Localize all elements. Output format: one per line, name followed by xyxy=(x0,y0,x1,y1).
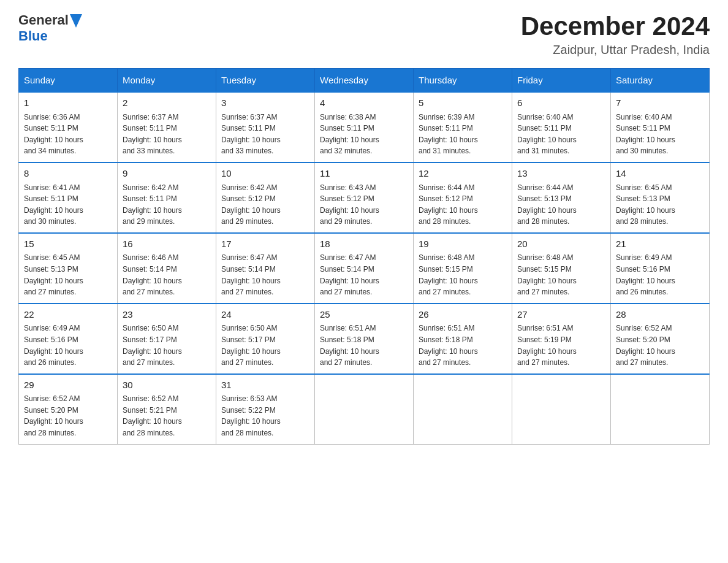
table-row: 8Sunrise: 6:41 AMSunset: 5:11 PMDaylight… xyxy=(19,163,118,233)
day-number: 17 xyxy=(221,237,309,251)
day-info: Sunrise: 6:36 AMSunset: 5:11 PMDaylight:… xyxy=(24,112,112,157)
table-row: 3Sunrise: 6:37 AMSunset: 5:11 PMDaylight… xyxy=(216,92,315,163)
logo-general-text: General xyxy=(18,12,69,28)
day-info: Sunrise: 6:39 AMSunset: 5:11 PMDaylight:… xyxy=(419,112,507,157)
day-number: 2 xyxy=(123,96,211,110)
table-row: 11Sunrise: 6:43 AMSunset: 5:12 PMDayligh… xyxy=(315,163,414,233)
table-row: 13Sunrise: 6:44 AMSunset: 5:13 PMDayligh… xyxy=(512,163,611,233)
day-info: Sunrise: 6:51 AMSunset: 5:18 PMDaylight:… xyxy=(320,323,408,368)
sunset-info: Sunset: 5:16 PM xyxy=(24,334,112,346)
sunrise-info: Sunrise: 6:39 AM xyxy=(419,112,507,123)
daylight-minutes: and 33 minutes. xyxy=(221,145,309,157)
daylight-minutes: and 28 minutes. xyxy=(616,216,704,228)
day-number: 30 xyxy=(123,378,211,393)
day-number: 12 xyxy=(419,167,507,181)
sunset-info: Sunset: 5:11 PM xyxy=(24,193,112,205)
sunrise-info: Sunrise: 6:52 AM xyxy=(24,393,112,405)
calendar-table: Sunday Monday Tuesday Wednesday Thursday… xyxy=(18,68,710,444)
daylight-info: Daylight: 10 hours xyxy=(24,346,112,358)
day-number: 3 xyxy=(221,96,309,110)
table-row: 28Sunrise: 6:52 AMSunset: 5:20 PMDayligh… xyxy=(611,304,710,374)
sunset-info: Sunset: 5:11 PM xyxy=(320,123,408,134)
sunset-info: Sunset: 5:20 PM xyxy=(24,405,112,416)
sunrise-info: Sunrise: 6:46 AM xyxy=(123,252,211,264)
sunset-info: Sunset: 5:14 PM xyxy=(221,264,309,275)
svg-marker-0 xyxy=(70,14,82,28)
sunset-info: Sunset: 5:19 PM xyxy=(517,334,605,346)
sunrise-info: Sunrise: 6:41 AM xyxy=(24,182,112,194)
calendar-week-row: 22Sunrise: 6:49 AMSunset: 5:16 PMDayligh… xyxy=(19,304,710,374)
day-info: Sunrise: 6:46 AMSunset: 5:14 PMDaylight:… xyxy=(123,252,211,297)
day-number: 25 xyxy=(320,308,408,322)
sunset-info: Sunset: 5:15 PM xyxy=(419,264,507,275)
table-row: 10Sunrise: 6:42 AMSunset: 5:12 PMDayligh… xyxy=(216,163,315,233)
day-number: 8 xyxy=(24,167,112,181)
day-number: 7 xyxy=(616,96,704,110)
day-info: Sunrise: 6:37 AMSunset: 5:11 PMDaylight:… xyxy=(123,112,211,157)
day-info: Sunrise: 6:42 AMSunset: 5:11 PMDaylight:… xyxy=(123,182,211,228)
daylight-info: Daylight: 10 hours xyxy=(24,416,112,427)
daylight-minutes: and 28 minutes. xyxy=(517,216,605,228)
day-number: 22 xyxy=(24,308,112,322)
daylight-minutes: and 28 minutes. xyxy=(419,216,507,228)
day-number: 15 xyxy=(24,237,112,251)
daylight-minutes: and 27 minutes. xyxy=(616,357,704,369)
sunset-info: Sunset: 5:11 PM xyxy=(24,123,112,134)
day-info: Sunrise: 6:45 AMSunset: 5:13 PMDaylight:… xyxy=(24,252,112,297)
daylight-minutes: and 26 minutes. xyxy=(616,286,704,298)
table-row: 4Sunrise: 6:38 AMSunset: 5:11 PMDaylight… xyxy=(315,92,414,163)
table-row: 29Sunrise: 6:52 AMSunset: 5:20 PMDayligh… xyxy=(19,374,118,444)
day-info: Sunrise: 6:52 AMSunset: 5:21 PMDaylight:… xyxy=(123,393,211,439)
sunset-info: Sunset: 5:17 PM xyxy=(221,334,309,346)
sunset-info: Sunset: 5:20 PM xyxy=(616,334,704,346)
daylight-info: Daylight: 10 hours xyxy=(419,346,507,358)
day-number: 4 xyxy=(320,96,408,110)
daylight-minutes: and 27 minutes. xyxy=(517,357,605,369)
sunset-info: Sunset: 5:15 PM xyxy=(517,264,605,275)
sunset-info: Sunset: 5:14 PM xyxy=(320,264,408,275)
table-row: 15Sunrise: 6:45 AMSunset: 5:13 PMDayligh… xyxy=(19,233,118,304)
daylight-minutes: and 29 minutes. xyxy=(221,216,309,228)
sunrise-info: Sunrise: 6:37 AM xyxy=(123,112,211,123)
daylight-info: Daylight: 10 hours xyxy=(123,416,211,427)
daylight-minutes: and 28 minutes. xyxy=(24,427,112,439)
table-row xyxy=(414,374,512,444)
day-number: 28 xyxy=(616,308,704,322)
day-info: Sunrise: 6:51 AMSunset: 5:19 PMDaylight:… xyxy=(517,323,605,368)
sunrise-info: Sunrise: 6:44 AM xyxy=(517,182,605,194)
daylight-info: Daylight: 10 hours xyxy=(221,134,309,146)
day-number: 16 xyxy=(123,237,211,251)
daylight-info: Daylight: 10 hours xyxy=(123,205,211,216)
table-row: 17Sunrise: 6:47 AMSunset: 5:14 PMDayligh… xyxy=(216,233,315,304)
header: General Blue December 2024 Zaidpur, Utta… xyxy=(18,12,710,57)
day-info: Sunrise: 6:44 AMSunset: 5:12 PMDaylight:… xyxy=(419,182,507,228)
table-row: 31Sunrise: 6:53 AMSunset: 5:22 PMDayligh… xyxy=(216,374,315,444)
sunset-info: Sunset: 5:13 PM xyxy=(24,264,112,275)
daylight-minutes: and 27 minutes. xyxy=(419,286,507,298)
table-row: 20Sunrise: 6:48 AMSunset: 5:15 PMDayligh… xyxy=(512,233,611,304)
daylight-info: Daylight: 10 hours xyxy=(320,346,408,358)
sunrise-info: Sunrise: 6:44 AM xyxy=(419,182,507,194)
table-row: 12Sunrise: 6:44 AMSunset: 5:12 PMDayligh… xyxy=(414,163,512,233)
daylight-minutes: and 26 minutes. xyxy=(24,357,112,369)
sunset-info: Sunset: 5:11 PM xyxy=(616,123,704,134)
day-info: Sunrise: 6:38 AMSunset: 5:11 PMDaylight:… xyxy=(320,112,408,157)
sunset-info: Sunset: 5:14 PM xyxy=(123,264,211,275)
daylight-minutes: and 27 minutes. xyxy=(123,357,211,369)
sunset-info: Sunset: 5:12 PM xyxy=(221,193,309,205)
header-monday: Monday xyxy=(118,69,216,93)
day-info: Sunrise: 6:37 AMSunset: 5:11 PMDaylight:… xyxy=(221,112,309,157)
daylight-minutes: and 27 minutes. xyxy=(221,357,309,369)
day-number: 9 xyxy=(123,167,211,181)
daylight-minutes: and 28 minutes. xyxy=(123,427,211,439)
sunset-info: Sunset: 5:21 PM xyxy=(123,405,211,416)
sunrise-info: Sunrise: 6:36 AM xyxy=(24,112,112,123)
sunrise-info: Sunrise: 6:53 AM xyxy=(221,393,309,405)
sunset-info: Sunset: 5:16 PM xyxy=(616,264,704,275)
title-area: December 2024 Zaidpur, Uttar Pradesh, In… xyxy=(521,12,710,57)
sunrise-info: Sunrise: 6:47 AM xyxy=(221,252,309,264)
daylight-minutes: and 33 minutes. xyxy=(123,145,211,157)
table-row: 14Sunrise: 6:45 AMSunset: 5:13 PMDayligh… xyxy=(611,163,710,233)
daylight-info: Daylight: 10 hours xyxy=(24,205,112,216)
daylight-info: Daylight: 10 hours xyxy=(517,346,605,358)
